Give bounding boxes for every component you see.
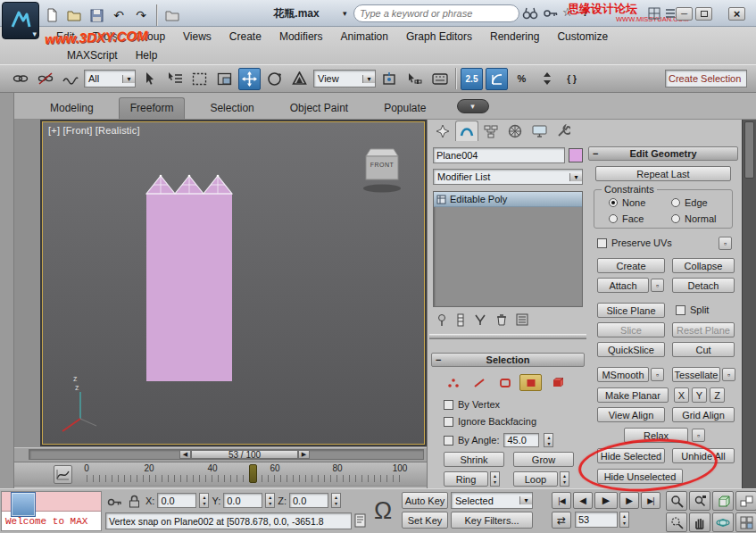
select-by-name-icon[interactable] — [163, 68, 186, 90]
slice-button[interactable]: Slice — [597, 322, 665, 337]
ribbon-tab-object-paint[interactable]: Object Paint — [279, 98, 359, 119]
menu-help[interactable]: Help — [128, 47, 166, 63]
menu-animation[interactable]: Animation — [333, 29, 396, 45]
shrink-button[interactable]: Shrink — [444, 452, 504, 467]
x-spinner[interactable] — [199, 493, 209, 508]
notes-icon[interactable] — [354, 513, 366, 528]
search-binoculars-icon[interactable] — [522, 6, 538, 20]
modifier-stack[interactable]: Editable Poly — [433, 191, 583, 307]
window-crossing-toggle-icon[interactable] — [213, 68, 236, 90]
ring-spinner[interactable] — [490, 471, 500, 487]
snaps-toggle-2.5d[interactable]: 2.5 — [461, 68, 483, 90]
sign-in-key-icon[interactable] — [543, 6, 558, 20]
hierarchy-tab-icon[interactable] — [479, 121, 503, 141]
constraint-none-radio[interactable]: None — [609, 197, 645, 208]
named-selection-set-field[interactable] — [665, 70, 747, 87]
ribbon-display-options-icon[interactable] — [457, 99, 489, 113]
key-filters-button[interactable]: Key Filters... — [451, 512, 533, 529]
preserve-uvs-settings-button[interactable] — [719, 237, 732, 250]
percent-snap-toggle-icon[interactable]: % — [511, 68, 533, 90]
zoom-extents-all-icon[interactable] — [735, 491, 756, 511]
tessellate-settings-button[interactable] — [722, 368, 735, 381]
grow-button[interactable]: Grow — [513, 452, 574, 467]
planar-z-button[interactable]: Z — [710, 387, 725, 403]
make-planar-button[interactable]: Make Planar — [597, 387, 669, 403]
motion-tab-icon[interactable] — [503, 121, 527, 141]
select-and-move-icon[interactable] — [238, 68, 261, 90]
current-frame-marker[interactable] — [249, 464, 257, 483]
quick-access-dropdown-icon[interactable] — [343, 9, 347, 18]
constraint-normal-radio[interactable]: Normal — [671, 213, 716, 224]
ribbon-tab-freeform[interactable]: Freeform — [119, 97, 186, 119]
redo-button[interactable] — [132, 6, 150, 24]
ribbon-tab-populate[interactable]: Populate — [373, 98, 436, 119]
spinner-snap-toggle-icon[interactable] — [536, 68, 558, 90]
menu-graph-editors[interactable]: Graph Editors — [398, 29, 480, 45]
by-angle-spinner[interactable] — [544, 433, 553, 447]
menu-modifiers[interactable]: Modifiers — [271, 29, 331, 45]
grid-align-button[interactable]: Grid Align — [672, 407, 735, 422]
display-tab-icon[interactable] — [528, 121, 551, 141]
attach-settings-button[interactable] — [651, 279, 664, 292]
preserve-uvs-checkbox[interactable]: Preserve UVs — [597, 237, 672, 248]
x-coordinate-field[interactable] — [157, 493, 196, 508]
save-file-button[interactable] — [87, 6, 105, 24]
select-and-manipulate-icon[interactable] — [403, 68, 426, 90]
next-frame-button[interactable] — [619, 492, 639, 509]
infocenter-panel-icon[interactable] — [648, 7, 660, 20]
reset-plane-button[interactable]: Reset Plane — [672, 322, 735, 337]
msmooth-settings-button[interactable] — [651, 368, 664, 381]
relax-settings-button[interactable] — [692, 429, 705, 442]
open-file-button[interactable] — [65, 6, 83, 24]
border-subobject-icon[interactable] — [494, 374, 516, 391]
mini-curve-editor-icon[interactable] — [54, 465, 72, 484]
edit-named-selection-sets-icon[interactable] — [561, 68, 583, 90]
reference-coordsys-dropdown[interactable]: View — [313, 70, 376, 87]
planar-y-button[interactable]: Y — [692, 387, 707, 403]
zoom-all-icon[interactable] — [689, 491, 710, 511]
front-viewport[interactable]: [+] [Front] [Realistic] — [42, 121, 425, 445]
isolate-key-icon[interactable] — [105, 494, 123, 510]
remove-modifier-icon[interactable] — [496, 313, 507, 326]
y-spinner[interactable] — [265, 493, 275, 508]
zoom-extents-icon[interactable] — [712, 491, 734, 511]
application-menu-button[interactable] — [2, 2, 39, 39]
key-mode-toggle-button[interactable] — [552, 512, 571, 529]
y-coordinate-field[interactable] — [223, 493, 262, 508]
element-subobject-icon[interactable] — [545, 374, 568, 391]
z-coordinate-field[interactable] — [289, 493, 328, 508]
go-to-end-button[interactable] — [641, 492, 660, 509]
time-slider-handle[interactable]: 53 / 100 — [179, 450, 310, 459]
menu-rendering[interactable]: Rendering — [482, 29, 547, 45]
pan-hand-icon[interactable] — [689, 512, 710, 532]
undo-button[interactable] — [110, 6, 128, 24]
panel-splitter[interactable] — [429, 334, 586, 339]
selection-filter-dropdown[interactable]: All — [84, 70, 136, 87]
object-name-field[interactable] — [433, 147, 565, 163]
detach-button[interactable]: Detach — [672, 278, 735, 293]
slice-plane-button[interactable]: Slice Plane — [597, 303, 665, 318]
selection-rollout-header[interactable]: Selection — [431, 353, 585, 367]
select-object-icon[interactable] — [138, 68, 161, 90]
menu-views[interactable]: Views — [175, 29, 220, 45]
play-button[interactable] — [594, 492, 618, 509]
keyboard-override-icon[interactable] — [428, 68, 451, 90]
select-and-scale-icon[interactable] — [288, 68, 311, 90]
polygon-subobject-icon[interactable] — [519, 374, 542, 391]
collapse-button[interactable]: Collapse — [672, 258, 735, 273]
pin-stack-icon[interactable] — [436, 313, 447, 327]
infocenter-menu-icon[interactable] — [664, 7, 677, 20]
viewport-layout-tab-button[interactable] — [11, 492, 36, 517]
ring-button[interactable]: Ring — [444, 471, 488, 487]
command-panel-scrollbar[interactable] — [742, 120, 756, 488]
edit-geometry-rollout-header[interactable]: Edit Geometry — [588, 146, 738, 161]
by-angle-checkbox[interactable]: By Angle: — [444, 433, 553, 447]
loop-spinner[interactable] — [560, 471, 569, 487]
loop-button[interactable]: Loop — [513, 471, 558, 487]
ribbon-tab-modeling[interactable]: Modeling — [39, 98, 104, 119]
select-and-rotate-icon[interactable] — [263, 68, 286, 90]
selection-lock-icon[interactable] — [125, 493, 143, 510]
constraint-face-radio[interactable]: Face — [609, 213, 644, 224]
zoom-region-icon[interactable] — [666, 512, 687, 532]
msmooth-button[interactable]: MSmooth — [597, 367, 649, 382]
